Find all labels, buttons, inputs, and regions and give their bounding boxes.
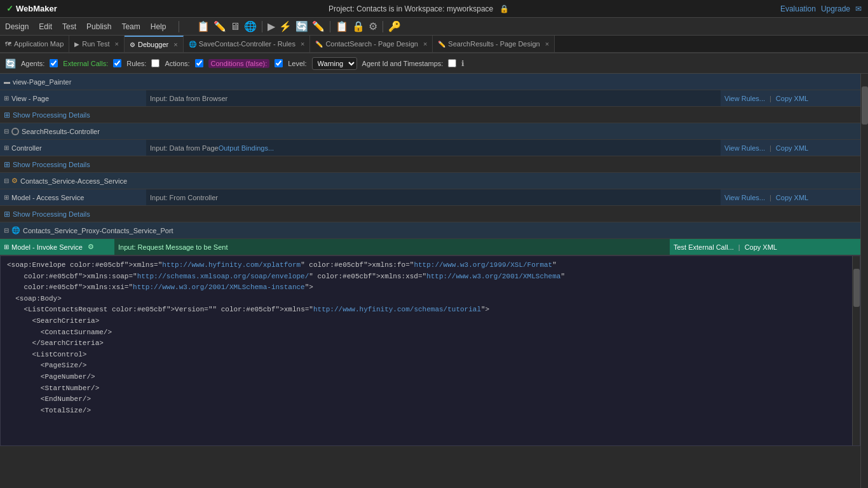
tab-save-contact[interactable]: 🌐 SaveContact-Controller - Rules × bbox=[184, 36, 311, 52]
model-access-row: ⊞ Model - Access Service Input: From Con… bbox=[0, 189, 860, 206]
show-processing-3-expand[interactable]: ⊞ bbox=[4, 210, 10, 219]
key-icon[interactable]: 🔑 bbox=[388, 20, 401, 32]
tab-run-test-close[interactable]: × bbox=[115, 40, 119, 48]
actions-checkbox-wrapper[interactable] bbox=[195, 59, 203, 67]
level-select[interactable]: Debug Info Warning Error bbox=[312, 57, 357, 70]
model-invoke-expand[interactable]: ⊞ bbox=[4, 243, 9, 250]
monitor-icon[interactable]: 🖥 bbox=[230, 21, 240, 32]
model-invoke-test-link[interactable]: Test External Call... bbox=[674, 243, 734, 251]
controller-copy-link[interactable]: Copy XML bbox=[776, 144, 808, 152]
xml-line: <EndNumber/> bbox=[7, 394, 843, 405]
run-test-icon: ▶ bbox=[74, 41, 79, 48]
show-processing-1-label[interactable]: Show Processing Details bbox=[13, 111, 90, 119]
conditions-checkbox-wrapper[interactable] bbox=[275, 59, 283, 67]
edit-icon[interactable]: ✏️ bbox=[214, 20, 226, 32]
email-icon[interactable]: ✉ bbox=[855, 4, 862, 13]
agents-checkbox-wrapper[interactable] bbox=[50, 59, 58, 67]
controller-header-row: ⊟ SearchResults-Controller bbox=[0, 123, 860, 140]
model-access-expand[interactable]: ⊞ bbox=[4, 194, 9, 201]
menu-help[interactable]: Help bbox=[151, 22, 166, 31]
rules-checkbox[interactable] bbox=[151, 59, 159, 67]
menu-edit[interactable]: Edit bbox=[39, 22, 52, 31]
model-access-rules-link[interactable]: View Rules... bbox=[724, 194, 765, 201]
show-processing-2-label[interactable]: Show Processing Details bbox=[13, 161, 90, 168]
model-invoke-copy-link[interactable]: Copy XML bbox=[745, 243, 777, 251]
service-access-collapse[interactable]: ⊟ bbox=[4, 177, 9, 184]
title-bar: ✓ WebMaker Project: Contacts is in Works… bbox=[0, 0, 868, 18]
toolbar-separator bbox=[179, 21, 179, 32]
external-calls-checkbox[interactable] bbox=[113, 59, 121, 67]
show-processing-1-row: ⊞ Show Processing Details bbox=[0, 107, 860, 123]
view-page-input: Input: Data from Browser bbox=[146, 90, 721, 106]
lock-icon[interactable]: 🔒 bbox=[352, 20, 365, 32]
agents-checkbox[interactable] bbox=[50, 59, 58, 67]
xml-line: <StartNumber/> bbox=[7, 383, 843, 395]
tab-contact-search-close[interactable]: × bbox=[423, 40, 427, 48]
proxy-collapse[interactable]: ⊟ bbox=[4, 227, 9, 234]
pencil-icon[interactable]: ✏️ bbox=[312, 20, 325, 32]
tab-debugger[interactable]: ⚙ Debugger × bbox=[125, 36, 184, 52]
clipboard-icon[interactable]: 📋 bbox=[197, 20, 210, 32]
menu-publish[interactable]: Publish bbox=[86, 22, 111, 31]
run-icon[interactable]: ▶ bbox=[268, 20, 275, 32]
sitemap-icon[interactable]: 🌐 bbox=[244, 20, 257, 32]
model-invoke-gear: ⚙ bbox=[88, 243, 94, 251]
controller-circle-icon bbox=[11, 128, 19, 135]
view-page-copy-link[interactable]: Copy XML bbox=[776, 95, 808, 102]
info-icon[interactable]: ℹ bbox=[461, 59, 465, 68]
tab-run-test[interactable]: ▶ Run Test × bbox=[69, 36, 125, 52]
sep2 bbox=[330, 21, 330, 32]
xml-line: <ListControl> bbox=[7, 349, 843, 361]
tab-search-results[interactable]: ✏️ SearchResults - Page Design × bbox=[433, 36, 555, 52]
tab-search-results-close[interactable]: × bbox=[545, 40, 549, 48]
upgrade-link[interactable]: Upgrade bbox=[821, 4, 850, 13]
view-page-expand[interactable]: ⊞ bbox=[4, 95, 9, 102]
level-label: Level: bbox=[288, 60, 306, 67]
external-calls-checkbox-wrapper[interactable] bbox=[113, 59, 121, 67]
main-scrollbar[interactable] bbox=[860, 74, 868, 488]
tab-application-map[interactable]: 🗺 Application Map bbox=[0, 36, 69, 52]
debug-icon[interactable]: ⚡ bbox=[279, 20, 292, 32]
toolbar-icons: 📋 ✏️ 🖥 🌐 ▶ ⚡ 🔄 ✏️ 📋 🔒 ⚙ 🔑 bbox=[197, 20, 401, 32]
xml-content-area[interactable]: <soap:Envelope color:#e05cbf">xmlns="htt… bbox=[0, 255, 860, 446]
show-processing-3-label[interactable]: Show Processing Details bbox=[13, 210, 90, 218]
proxy-header-row: ⊟ 🌐 Contacts_Service_Proxy-Contacts_Serv… bbox=[0, 222, 860, 239]
show-processing-3-row: ⊞ Show Processing Details bbox=[0, 206, 860, 222]
conditions-checkbox[interactable] bbox=[275, 59, 283, 67]
controller-actions: View Rules... | Copy XML bbox=[721, 140, 860, 156]
xml-lines: <soap:Envelope color:#e05cbf">xmlns="htt… bbox=[7, 260, 853, 416]
model-access-copy-link[interactable]: Copy XML bbox=[776, 194, 808, 201]
toolbar-refresh-icon[interactable]: 🔄 bbox=[5, 58, 16, 69]
controller-label: SearchResults-Controller bbox=[22, 128, 100, 135]
settings-icon[interactable]: ⚙ bbox=[369, 20, 377, 32]
rules-checkbox-wrapper[interactable] bbox=[151, 59, 159, 67]
tab-contact-search[interactable]: ✏️ ContactSearch - Page Design × bbox=[310, 36, 433, 52]
controller-rules-link[interactable]: View Rules... bbox=[724, 144, 765, 152]
model-access-label: Model - Access Service bbox=[11, 194, 84, 201]
list-icon[interactable]: 📋 bbox=[336, 20, 348, 32]
tab-debugger-close[interactable]: × bbox=[173, 41, 177, 48]
refresh-icon[interactable]: 🔄 bbox=[295, 20, 308, 32]
lock-icon[interactable]: 🔒 bbox=[499, 4, 509, 13]
view-rules-link[interactable]: View Rules... bbox=[724, 95, 765, 102]
menu-team[interactable]: Team bbox=[121, 22, 140, 31]
xml-line: <ListContactsRequest color:#e05cbf">Vers… bbox=[7, 304, 843, 316]
controller-expand[interactable]: ⊞ bbox=[4, 144, 9, 151]
xml-line: <ContactSurname/> bbox=[7, 327, 843, 339]
proxy-icon: 🌐 bbox=[11, 226, 20, 234]
agent-timestamps-checkbox[interactable] bbox=[448, 59, 456, 67]
show-processing-2-row: ⊞ Show Processing Details bbox=[0, 156, 860, 173]
show-processing-2-expand[interactable]: ⊞ bbox=[4, 160, 10, 169]
show-processing-1-expand[interactable]: ⊞ bbox=[4, 111, 10, 119]
menu-design[interactable]: Design bbox=[5, 22, 29, 31]
service-access-header: ⊟ ⚙ Contacts_Service-Access_Service bbox=[0, 173, 860, 189]
menu-test[interactable]: Test bbox=[62, 22, 76, 31]
actions-checkbox[interactable] bbox=[195, 59, 203, 67]
root-collapse-icon[interactable]: ▬ bbox=[4, 78, 10, 85]
xml-line: <PageNumber/> bbox=[7, 372, 843, 383]
xml-scrollbar-thumb[interactable] bbox=[853, 269, 860, 307]
main-scrollbar-thumb[interactable] bbox=[862, 86, 868, 125]
tab-save-contact-close[interactable]: × bbox=[301, 40, 304, 48]
controller-collapse[interactable]: ⊟ bbox=[4, 128, 9, 135]
xml-scrollbar[interactable] bbox=[852, 256, 860, 445]
